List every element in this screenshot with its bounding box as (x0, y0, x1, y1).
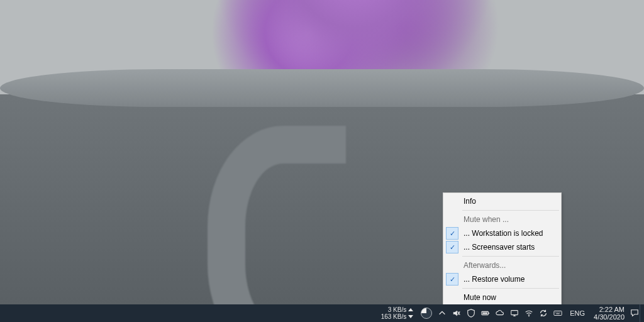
clock-date: 4/30/2020 (594, 313, 625, 321)
net-up-value: 3 KB/s (388, 306, 406, 313)
wifi-icon[interactable] (525, 309, 533, 318)
tray-context-menu: Info Mute when ... ✓ ... Workstation is … (443, 192, 562, 322)
menu-label-screensaver-starts: ... Screensaver starts (460, 243, 560, 252)
menu-separator (462, 256, 559, 257)
taskbar: 3 KB/s 163 KB/s (0, 304, 644, 322)
action-center-icon[interactable] (630, 309, 640, 318)
svg-rect-3 (511, 311, 518, 315)
check-icon: ✓ (446, 227, 458, 240)
arrow-down-icon (408, 315, 413, 318)
onedrive-icon[interactable] (496, 309, 504, 318)
arrow-up-icon (408, 308, 413, 311)
menu-item-screensaver-starts[interactable]: ✓ ... Screensaver starts (445, 240, 560, 254)
menu-separator (462, 210, 559, 211)
check-icon: ✓ (446, 241, 458, 253)
defender-icon[interactable] (467, 309, 475, 318)
network-icon[interactable] (510, 309, 519, 318)
menu-item-info[interactable]: Info (445, 194, 560, 208)
taskbar-clock[interactable]: 2:22 AM 4/30/2020 (589, 306, 630, 321)
svg-rect-1 (489, 313, 490, 314)
svg-rect-2 (482, 313, 487, 314)
menu-label-mute-now: Mute now (460, 293, 560, 302)
network-speed-indicator[interactable]: 3 KB/s 163 KB/s (381, 306, 414, 320)
net-down-value: 163 KB/s (381, 313, 407, 320)
sync-icon[interactable] (539, 309, 548, 318)
menu-header-mute-when: Mute when ... (445, 213, 560, 226)
show-desktop-button[interactable] (640, 304, 644, 322)
language-indicator[interactable]: ENG (566, 309, 589, 317)
svg-rect-5 (554, 311, 562, 316)
battery-icon[interactable] (481, 309, 490, 318)
system-tray (417, 308, 566, 319)
menu-item-workstation-locked[interactable]: ✓ ... Workstation is locked (445, 226, 560, 240)
clock-time: 2:22 AM (594, 306, 625, 313)
disk-usage-icon[interactable] (421, 308, 432, 319)
menu-separator (462, 288, 559, 289)
menu-item-restore-volume[interactable]: ✓ ... Restore volume (445, 272, 560, 286)
menu-label-restore-volume: ... Restore volume (460, 275, 560, 284)
menu-header-afterwards: Afterwards... (445, 258, 560, 272)
menu-label-workstation-locked: ... Workstation is locked (460, 229, 560, 238)
menu-item-mute-now[interactable]: Mute now (445, 291, 560, 304)
check-icon: ✓ (446, 273, 458, 286)
keyboard-icon[interactable] (553, 309, 562, 318)
menu-label-info: Info (460, 197, 560, 206)
tray-overflow-icon[interactable] (438, 309, 447, 318)
svg-point-4 (528, 316, 530, 317)
volume-muted-icon[interactable] (452, 309, 461, 318)
